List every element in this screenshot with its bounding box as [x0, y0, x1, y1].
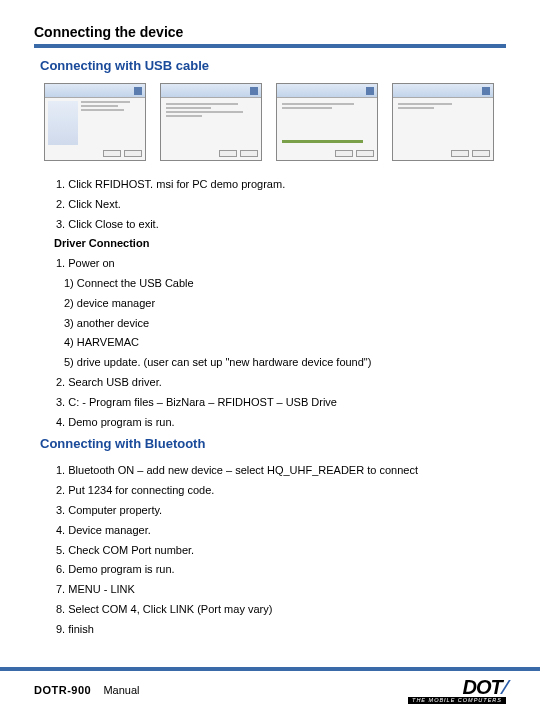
bt-step: 7. MENU - LINK: [56, 580, 506, 600]
page-footer: DOTR-900 Manual DOT⁄ THE MOBILE COMPUTER…: [0, 667, 540, 705]
driver-step: 1. Power on: [56, 254, 506, 274]
driver-connection-heading: Driver Connection: [54, 234, 506, 254]
bt-step: 4. Device manager.: [56, 521, 506, 541]
driver-substep: 2) device manager: [64, 294, 506, 314]
section-usb-heading: Connecting with USB cable: [40, 58, 506, 73]
wizard-screenshot-3: [276, 83, 378, 161]
usb-step: 3. Click Close to exit.: [56, 215, 506, 235]
driver-substep: 4) HARVEMAC: [64, 333, 506, 353]
bt-step: 5. Check COM Port number.: [56, 541, 506, 561]
footer-model: DOTR-900: [34, 684, 91, 696]
brand-logo: DOT⁄ THE MOBILE COMPUTERS: [408, 677, 506, 705]
wizard-screenshot-1: [44, 83, 146, 161]
usb-step: 1. Click RFIDHOST. msi for PC demo progr…: [56, 175, 506, 195]
bt-step: 3. Computer property.: [56, 501, 506, 521]
bt-step: 8. Select COM 4, Click LINK (Port may va…: [56, 600, 506, 620]
installer-screenshots: [44, 83, 506, 161]
wizard-screenshot-4: [392, 83, 494, 161]
footer-label: Manual: [103, 684, 139, 696]
usb-step: 3. C: - Program files – BizNara – RFIDHO…: [56, 393, 506, 413]
usb-step: 2. Click Next.: [56, 195, 506, 215]
section-bluetooth-heading: Connecting with Bluetooth: [40, 436, 506, 451]
title-rule: [34, 44, 506, 48]
bt-step: 9. finish: [56, 620, 506, 640]
driver-substep: 5) drive update. (user can set up "new h…: [64, 353, 506, 373]
bt-step: 2. Put 1234 for connecting code.: [56, 481, 506, 501]
driver-substep: 1) Connect the USB Cable: [64, 274, 506, 294]
brand-name: DOT: [462, 677, 501, 697]
wizard-screenshot-2: [160, 83, 262, 161]
bt-step: 6. Demo program is run.: [56, 560, 506, 580]
usb-step: 2. Search USB driver.: [56, 373, 506, 393]
usb-step: 4. Demo program is run.: [56, 413, 506, 433]
bt-step: 1. Bluetooth ON – add new device – selec…: [56, 461, 506, 481]
driver-substep: 3) another device: [64, 314, 506, 334]
brand-tagline: THE MOBILE COMPUTERS: [408, 697, 506, 705]
page-title: Connecting the device: [34, 24, 506, 40]
